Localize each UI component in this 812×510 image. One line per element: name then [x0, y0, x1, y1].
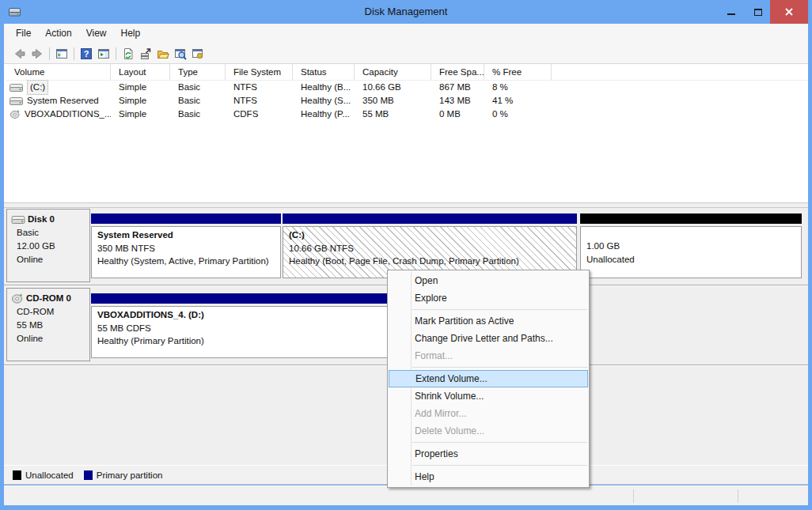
partition-info: 10.66 GB NTFS [289, 242, 573, 255]
disk-size: 12.00 GB [17, 240, 88, 253]
forward-icon [31, 47, 44, 60]
cell-type: Basic [170, 108, 226, 121]
partition-system-reserved[interactable]: System Reserved 350 MB NTFS Healthy (Sys… [91, 213, 281, 279]
manage-button[interactable] [189, 45, 207, 62]
cell-capacity: 55 MB [355, 108, 431, 121]
table-row-vboxadditions[interactable]: VBOXADDITIONS_... Simple Basic CDFS Heal… [6, 108, 808, 121]
disk-icon [11, 214, 26, 225]
status-bar-divider [738, 489, 738, 503]
column-header-volume[interactable]: Volume [6, 64, 111, 80]
cell-free-space: 143 MB [431, 94, 484, 108]
menu-item-change-drive-letter[interactable]: Change Drive Letter and Paths... [388, 330, 589, 347]
primary-partition-stripe [91, 213, 281, 224]
partition-unallocated[interactable]: 1.00 GB Unallocated [580, 213, 802, 279]
cell-free-space: 867 MB [431, 81, 484, 94]
partition-info: 350 MB NTFS [97, 242, 277, 255]
refresh-button[interactable] [120, 45, 137, 62]
menu-action[interactable]: Action [38, 24, 78, 43]
close-button[interactable] [770, 0, 808, 24]
rescan-disks-button[interactable] [137, 45, 154, 62]
partition-name: (C:) [289, 229, 573, 242]
cdrom0-label-panel[interactable]: CD-ROM 0 CD-ROM 55 MB Online [6, 288, 90, 361]
unallocated-size: 1.00 GB [586, 240, 798, 253]
window-title: Disk Management [0, 0, 812, 24]
menu-help[interactable]: Help [114, 24, 148, 43]
table-row-c-drive[interactable]: (C:) Simple Basic NTFS Healthy (B... 10.… [6, 81, 808, 94]
minimize-button[interactable] [716, 0, 746, 24]
menu-item-explore[interactable]: Explore [388, 289, 589, 307]
maximize-button[interactable] [746, 0, 770, 24]
cd-icon [9, 109, 21, 119]
menubar: File Action View Help [4, 24, 808, 43]
cell-type: Basic [170, 94, 226, 108]
toolbar: ? [4, 43, 808, 64]
volume-name: (C:) [27, 80, 48, 95]
cell-capacity: 350 MB [355, 94, 431, 108]
menu-separator [412, 442, 587, 443]
volume-name: System Reserved [27, 94, 99, 108]
drive-icon [9, 96, 24, 106]
disk-management-window: Disk Management File Action View Help [0, 0, 812, 510]
column-header-file-system[interactable]: File System [226, 64, 293, 80]
partition-name: System Reserved [97, 229, 277, 242]
show-action-pane-button[interactable] [95, 45, 112, 62]
menu-file[interactable]: File [9, 24, 38, 43]
refresh-icon [122, 47, 135, 60]
close-icon [784, 7, 794, 17]
legend-label: Unallocated [25, 470, 74, 480]
table-row-system-reserved[interactable]: System Reserved Simple Basic NTFS Health… [6, 94, 808, 108]
volume-name: VBOXADDITIONS_... [25, 108, 111, 121]
disk0-label-panel[interactable]: Disk 0 Basic 12.00 GB Online [6, 209, 90, 282]
show-console-tree-button[interactable] [53, 45, 70, 62]
volume-list: Volume Layout Type File System Status Ca… [4, 64, 808, 202]
column-header-filler [552, 64, 808, 80]
cell-file-system: NTFS [226, 81, 293, 94]
open-folder-icon [157, 47, 169, 60]
legend-label: Primary partition [97, 470, 163, 480]
disk-status: Online [17, 332, 88, 346]
column-header-status[interactable]: Status [293, 64, 355, 80]
back-button[interactable] [11, 45, 28, 62]
menu-view[interactable]: View [79, 24, 114, 43]
menu-item-properties[interactable]: Properties [388, 445, 589, 463]
settings-window-icon [192, 47, 204, 60]
menu-item-open[interactable]: Open [388, 272, 589, 289]
menu-item-extend-volume[interactable]: Extend Volume... [389, 370, 588, 387]
menu-separator [412, 465, 587, 466]
column-header-capacity[interactable]: Capacity [355, 64, 431, 80]
menu-item-mark-partition-active[interactable]: Mark Partition as Active [388, 312, 589, 330]
column-header-free-space[interactable]: Free Spa... [431, 64, 484, 80]
primary-partition-stripe [283, 213, 577, 224]
cell-capacity: 10.66 GB [355, 81, 431, 94]
menu-item-shrink-volume[interactable]: Shrink Volume... [388, 387, 589, 405]
column-header-layout[interactable]: Layout [111, 64, 170, 80]
status-bar-divider [633, 489, 634, 503]
disk-type: CD-ROM [17, 305, 88, 319]
cell-status: Healthy (B... [293, 81, 355, 94]
show-action-pane-icon [97, 47, 110, 60]
legend-item-primary-partition: Primary partition [84, 470, 163, 480]
pane-splitter[interactable] [4, 202, 808, 208]
cell-type: Basic [170, 81, 226, 94]
open-folder-button[interactable] [154, 45, 172, 62]
toolbar-separator [49, 47, 50, 60]
menu-separator [412, 367, 587, 368]
unallocated-label: Unallocated [586, 253, 798, 266]
partition-status: Healthy (Boot, Page File, Crash Dump, Pr… [289, 255, 573, 268]
cell-file-system: NTFS [226, 94, 293, 108]
cell-layout: Simple [111, 94, 170, 108]
unallocated-swatch [13, 470, 21, 480]
forward-button[interactable] [28, 45, 46, 62]
drive-icon [9, 82, 24, 93]
menu-item-format: Format... [388, 347, 589, 365]
window-controls [716, 0, 808, 24]
maximize-icon [754, 9, 762, 16]
menu-separator [412, 309, 587, 310]
view-button[interactable] [172, 45, 189, 62]
help-button[interactable]: ? [78, 45, 95, 62]
column-header-pct-free[interactable]: % Free [484, 64, 552, 80]
cell-pct-free: 8 % [484, 81, 552, 94]
svg-text:?: ? [84, 49, 89, 59]
column-header-type[interactable]: Type [170, 64, 226, 80]
menu-item-help[interactable]: Help [388, 468, 589, 485]
